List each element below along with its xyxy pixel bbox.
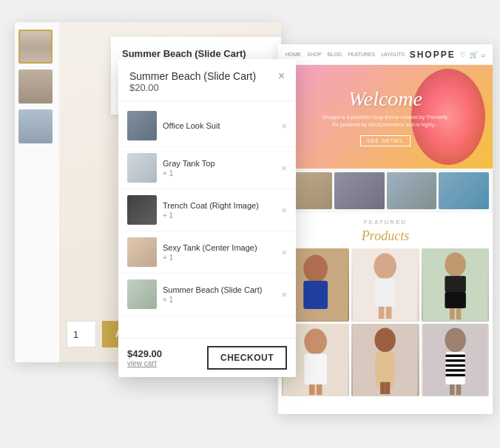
svg-rect-21 bbox=[445, 292, 465, 308]
featured-section-label: FEATURED bbox=[278, 213, 493, 228]
cart-item-remove-button[interactable]: × bbox=[281, 247, 287, 258]
svg-rect-12 bbox=[317, 309, 324, 319]
slide-cart-item-price: $20.00 bbox=[129, 82, 256, 93]
cart-items-list: Office Look Suit × Gray Tank Top + 1 × T… bbox=[118, 101, 296, 338]
cart-item: Office Look Suit × bbox=[118, 105, 296, 147]
svg-point-30 bbox=[375, 327, 396, 352]
cart-item-details: Gray Tank Top + 1 bbox=[157, 158, 281, 177]
svg-rect-40 bbox=[445, 373, 464, 376]
svg-rect-16 bbox=[379, 307, 385, 319]
shoppe-categories bbox=[278, 169, 493, 213]
svg-rect-38 bbox=[445, 364, 464, 366]
cart-item-image bbox=[127, 153, 157, 183]
product-thumbnails bbox=[15, 22, 59, 362]
svg-point-25 bbox=[304, 328, 327, 354]
shoppe-nav: HOME SHOP BLOG FEATURES LAYOUTS SHOPPE ♡… bbox=[278, 44, 493, 65]
shoppe-nav-links: HOME SHOP BLOG FEATURES LAYOUTS bbox=[286, 52, 405, 57]
slide-cart-title: Summer Beach (Slide Cart) bbox=[129, 70, 256, 82]
featured-section-title: Products bbox=[278, 228, 493, 244]
cart-item-remove-button[interactable]: × bbox=[281, 163, 287, 174]
cart-item-qty: + 1 bbox=[163, 296, 275, 304]
cart-item-remove-button[interactable]: × bbox=[281, 289, 287, 300]
category-thumb-3[interactable] bbox=[387, 172, 437, 209]
svg-rect-28 bbox=[317, 384, 322, 395]
category-thumb-2[interactable] bbox=[334, 172, 385, 209]
thumbnail-1[interactable] bbox=[18, 30, 53, 64]
svg-rect-15 bbox=[376, 278, 395, 306]
shoppe-hero-cta-button[interactable]: SEE DETAIL bbox=[360, 135, 411, 146]
shoppe-hero-title: Welcome bbox=[319, 87, 452, 111]
svg-rect-32 bbox=[385, 381, 391, 393]
shoppe-nav-home[interactable]: HOME bbox=[286, 52, 301, 57]
svg-rect-41 bbox=[450, 384, 455, 395]
thumbnail-2[interactable] bbox=[18, 69, 53, 103]
svg-point-34 bbox=[445, 327, 465, 352]
category-thumb-4[interactable] bbox=[439, 172, 489, 209]
cart-item-image bbox=[127, 111, 157, 140]
svg-rect-27 bbox=[309, 384, 315, 395]
svg-rect-23 bbox=[456, 308, 461, 319]
svg-rect-10 bbox=[303, 281, 328, 309]
shoppe-nav-blog[interactable]: BLOG bbox=[328, 52, 342, 57]
slide-cart-title-group: Summer Beach (Slide Cart) $20.00 bbox=[129, 70, 256, 93]
svg-point-19 bbox=[445, 252, 465, 276]
cart-item: Sexy Tank (Center Image) + 1 × bbox=[118, 231, 296, 274]
shoppe-hero-subtitle: Shoppe is a powerful shop theme created … bbox=[319, 114, 452, 129]
cart-item-remove-button[interactable]: × bbox=[281, 121, 287, 132]
svg-rect-17 bbox=[386, 307, 392, 319]
svg-rect-42 bbox=[456, 384, 461, 395]
slide-cart-close-button[interactable]: × bbox=[278, 70, 285, 82]
cart-item-details: Trench Coat (Right Image) + 1 bbox=[157, 200, 281, 219]
svg-rect-11 bbox=[308, 309, 314, 319]
checkout-button[interactable]: CHECKOUT bbox=[207, 346, 287, 370]
cart-item-image bbox=[127, 279, 157, 309]
cart-item-qty: + 1 bbox=[163, 169, 275, 177]
shoppe-products-grid bbox=[278, 248, 493, 396]
cart-view-link[interactable]: view cart bbox=[127, 359, 162, 367]
svg-rect-26 bbox=[304, 353, 327, 384]
svg-rect-36 bbox=[445, 354, 464, 356]
search-icon[interactable]: ⌕ bbox=[482, 51, 485, 58]
shoppe-nav-layouts[interactable]: LAYOUTS bbox=[381, 52, 405, 57]
product-title: Summer Beach (Slide Cart) bbox=[122, 48, 277, 59]
wishlist-icon[interactable]: ♡ bbox=[460, 51, 466, 58]
shoppe-nav-features[interactable]: FEATURES bbox=[348, 52, 375, 57]
svg-point-9 bbox=[303, 255, 328, 282]
shoppe-nav-shop[interactable]: SHOP bbox=[307, 52, 322, 57]
shoppe-logo: SHOPPE bbox=[410, 50, 456, 60]
cart-total-price: $429.00 bbox=[127, 348, 162, 359]
shoppe-website-preview: HOME SHOP BLOG FEATURES LAYOUTS SHOPPE ♡… bbox=[278, 44, 493, 414]
cart-item: Gray Tank Top + 1 × bbox=[118, 147, 296, 189]
product-grid-item[interactable] bbox=[351, 248, 419, 322]
cart-item: Trench Coat (Right Image) + 1 × bbox=[118, 189, 296, 231]
cart-item-image bbox=[127, 237, 157, 267]
cart-total-section: $429.00 view cart bbox=[127, 348, 162, 367]
quantity-input[interactable]: 1 bbox=[67, 321, 96, 347]
cart-item-name: Gray Tank Top bbox=[163, 158, 275, 169]
product-grid-item[interactable] bbox=[422, 324, 489, 397]
shoppe-nav-icons: ♡ 🛒 ⌕ bbox=[460, 51, 485, 58]
cart-item-name: Office Look Suit bbox=[163, 121, 275, 131]
cart-item-qty: + 1 bbox=[163, 254, 275, 262]
cart-item-details: Sexy Tank (Center Image) + 1 bbox=[157, 242, 281, 261]
product-grid-item[interactable] bbox=[351, 324, 419, 397]
svg-rect-22 bbox=[450, 308, 455, 319]
cart-icon[interactable]: 🛒 bbox=[470, 51, 478, 58]
slide-cart-header: Summer Beach (Slide Cart) $20.00 × bbox=[118, 59, 296, 101]
svg-rect-31 bbox=[380, 381, 385, 393]
thumbnail-3[interactable] bbox=[18, 109, 53, 143]
cart-footer: $429.00 view cart CHECKOUT bbox=[118, 338, 296, 377]
slide-cart-panel: Summer Beach (Slide Cart) $20.00 × Offic… bbox=[118, 59, 296, 377]
shoppe-hero-banner: Welcome Shoppe is a powerful shop theme … bbox=[278, 65, 493, 169]
cart-item-details: Summer Beach (Slide Cart) + 1 bbox=[157, 285, 281, 303]
svg-rect-20 bbox=[445, 276, 465, 292]
svg-rect-37 bbox=[445, 359, 464, 362]
cart-item-name: Summer Beach (Slide Cart) bbox=[163, 285, 275, 295]
product-grid-item[interactable] bbox=[422, 248, 489, 322]
svg-point-14 bbox=[374, 254, 397, 279]
cart-item-name: Sexy Tank (Center Image) bbox=[163, 242, 275, 253]
cart-item: Summer Beach (Slide Cart) + 1 × bbox=[118, 274, 296, 316]
cart-item-remove-button[interactable]: × bbox=[281, 205, 287, 216]
cart-item-image bbox=[127, 195, 157, 225]
svg-rect-39 bbox=[445, 369, 464, 371]
